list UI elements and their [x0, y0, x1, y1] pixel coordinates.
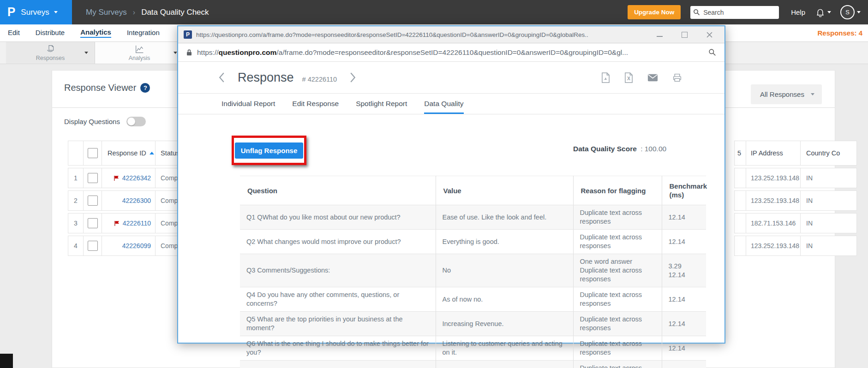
analysis-button-label: Analysis — [129, 55, 150, 61]
export-pdf-button[interactable] — [601, 72, 610, 83]
chevron-down-icon — [84, 52, 88, 54]
notifications-menu[interactable] — [815, 7, 831, 17]
analysis-toolbar-button[interactable]: Analysis — [95, 42, 184, 64]
email-button[interactable] — [647, 74, 658, 82]
table-row[interactable]: 182.71.153.146 IN — [734, 213, 857, 233]
tab-spotlight-report[interactable]: Spotlight Report — [356, 94, 407, 114]
flag-icon — [114, 175, 120, 181]
data-quality-table: Question Value Reason for flagging Bench… — [240, 176, 706, 368]
select-all-cell — [84, 141, 102, 166]
breadcrumb-my-surveys[interactable]: My Surveys — [86, 8, 127, 17]
minimize-icon — [657, 32, 663, 37]
tab-integration[interactable]: Integration — [127, 29, 160, 37]
tab-edit-response[interactable]: Edit Response — [292, 94, 339, 114]
close-icon — [706, 32, 712, 38]
row-checkbox[interactable] — [88, 241, 98, 251]
ip-cell: 123.252.193.148 — [746, 236, 801, 256]
responses-toolbar-button[interactable]: Responses — [6, 42, 95, 64]
taskbar-corner — [0, 354, 13, 368]
display-questions-toggle[interactable] — [126, 117, 146, 126]
reason-cell: Duplicate text across responses — [573, 205, 662, 230]
all-responses-dropdown[interactable]: All Responses — [751, 84, 822, 104]
question-cell: Q6 What is the one thing I should do to … — [240, 336, 436, 361]
ip-cell: 123.252.193.148 — [746, 190, 801, 211]
response-editor-window: P https://questionpro.com/a/frame.do?mod… — [177, 25, 725, 344]
country-cell: IN — [801, 213, 857, 233]
close-button[interactable] — [706, 31, 712, 38]
country-cell: IN — [801, 236, 857, 256]
table-row[interactable]: 123.252.193.148 IN — [734, 236, 857, 256]
benchmark-cell: 12.14 — [662, 336, 706, 361]
chevron-down-icon — [827, 11, 831, 13]
row-checkbox[interactable] — [88, 173, 98, 183]
help-link[interactable]: Help — [791, 8, 805, 16]
url-domain: questionpro.com — [219, 48, 277, 56]
response-header: Response # 42226110 X — [178, 62, 724, 93]
breadcrumb-current: Data Quality Check — [141, 8, 209, 17]
avatar: S — [840, 5, 855, 19]
responses-table-right: 5 IP Address Country Co 123.252.193.148 … — [734, 141, 857, 258]
export-excel-button[interactable]: X — [624, 72, 633, 83]
svg-text:X: X — [627, 76, 630, 81]
table-row[interactable]: 123.252.193.148 IN — [734, 168, 857, 188]
q5-cell — [734, 190, 746, 211]
help-icon[interactable]: ? — [140, 83, 150, 93]
print-button[interactable] — [672, 73, 682, 83]
response-id-link[interactable]: 42226300 — [122, 197, 151, 204]
display-questions-label: Display Questions — [64, 118, 120, 125]
value-cell: Listening to customer queries and acting… — [436, 336, 573, 361]
row-checkbox[interactable] — [88, 218, 98, 228]
score-value: : 100.00 — [641, 145, 666, 153]
window-titlebar[interactable]: P https://questionpro.com/a/frame.do?mod… — [178, 26, 724, 43]
table-row[interactable]: 123.252.193.148 IN — [734, 190, 857, 211]
country-header: Country Co — [801, 141, 857, 166]
response-id-header[interactable]: Response ID — [102, 141, 156, 166]
benchmark-line: 3.29 — [669, 262, 700, 271]
benchmark-cell: 12.14 — [662, 230, 706, 254]
reason-line: One word answer — [580, 257, 655, 266]
tab-distribute[interactable]: Distribute — [36, 29, 65, 37]
tab-edit[interactable]: Edit — [8, 29, 20, 37]
account-menu[interactable]: S — [840, 5, 861, 19]
previous-response-button[interactable] — [219, 72, 225, 83]
search-input[interactable] — [702, 8, 770, 17]
next-response-button[interactable] — [350, 72, 356, 83]
questionpro-logo-icon: P — [7, 5, 15, 20]
printer-icon — [672, 73, 682, 83]
table-row: Q4 Do you have any other comments, quest… — [240, 287, 706, 312]
zoom-search-icon[interactable] — [708, 48, 716, 56]
response-id-cell: 42226099 — [102, 236, 156, 256]
value-cell: Ease of use. Like the look and feel. — [436, 205, 573, 230]
unflag-response-button[interactable]: Unflag Response — [235, 142, 304, 159]
questionpro-favicon: P — [184, 30, 192, 39]
maximize-button[interactable] — [681, 31, 688, 38]
tab-individual-report[interactable]: Individual Report — [221, 94, 275, 114]
question-cell: Q2 What changes would most improve our p… — [240, 230, 436, 254]
breadcrumb: My Surveys › Data Quality Check — [86, 8, 209, 17]
row-checkbox[interactable] — [88, 196, 98, 206]
upgrade-now-button[interactable]: Upgrade Now — [628, 5, 681, 19]
chevron-down-icon — [54, 11, 58, 13]
address-bar[interactable]: https://questionpro.com/a/frame.do?mode=… — [178, 43, 724, 62]
window-controls — [656, 31, 719, 38]
flag-icon — [114, 220, 120, 226]
response-id-link[interactable]: 42226110 — [123, 220, 151, 227]
envelope-icon — [647, 74, 658, 82]
question-header: Question — [240, 176, 436, 205]
select-all-checkbox[interactable] — [88, 148, 98, 158]
responses-button-label: Responses — [36, 55, 65, 61]
row-number: 4 — [68, 236, 84, 256]
tab-data-quality[interactable]: Data Quality — [424, 94, 463, 114]
response-id-link[interactable]: 42226099 — [122, 242, 151, 249]
table-header-row: 5 IP Address Country Co — [734, 141, 857, 166]
surveys-menu[interactable]: P Surveys — [0, 0, 72, 24]
analysis-icon — [135, 44, 144, 54]
country-cell: IN — [801, 168, 857, 188]
response-id-link[interactable]: 42226342 — [122, 174, 151, 182]
tab-analytics[interactable]: Analytics — [80, 28, 111, 38]
minimize-button[interactable] — [656, 31, 663, 38]
benchmark-cell: 12.14 — [662, 205, 706, 230]
search-box[interactable] — [690, 6, 779, 19]
reason-cell: Duplicate text across responses — [573, 336, 662, 361]
value-cell: As of now no. — [436, 287, 573, 312]
